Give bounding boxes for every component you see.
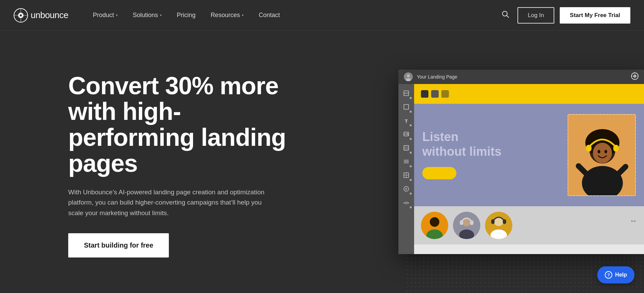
person-image bbox=[568, 115, 635, 195]
nav-right: Log In Start My Free Trial bbox=[499, 7, 630, 24]
lp-header-dot-3 bbox=[441, 90, 449, 98]
hero-content: Convert 30% more with high-performing la… bbox=[68, 73, 300, 258]
tool-dot bbox=[410, 206, 412, 208]
help-circle-icon: ? bbox=[605, 271, 612, 279]
svg-rect-36 bbox=[613, 145, 619, 152]
tool-dot bbox=[410, 124, 412, 126]
nav-item-contact[interactable]: Contact bbox=[251, 9, 287, 22]
svg-rect-47 bbox=[460, 220, 463, 225]
svg-point-14 bbox=[634, 75, 635, 76]
tool-text[interactable]: T bbox=[400, 115, 412, 127]
hero-section: Convert 30% more with high-performing la… bbox=[0, 31, 644, 293]
lp-header-dot-2 bbox=[431, 90, 439, 98]
thumbnail-3-image bbox=[485, 212, 512, 239]
svg-point-37 bbox=[598, 150, 600, 153]
svg-rect-53 bbox=[503, 219, 506, 224]
start-trial-button[interactable]: Start My Free Trial bbox=[560, 7, 630, 24]
editor-canvas: Listen without limits bbox=[414, 84, 644, 254]
rows-tool-icon bbox=[403, 158, 409, 166]
tool-image[interactable] bbox=[400, 128, 412, 141]
logo-link[interactable]: unbounce bbox=[14, 8, 68, 23]
text-tool-icon: T bbox=[405, 118, 408, 124]
grid-tool-icon bbox=[403, 172, 409, 179]
nav-item-pricing[interactable]: Pricing bbox=[169, 9, 203, 22]
tool-grid[interactable] bbox=[400, 169, 412, 182]
scroll-hint-icon: ↔ bbox=[630, 217, 637, 225]
chevron-down-icon: ▾ bbox=[160, 13, 162, 17]
chevron-down-icon: ▾ bbox=[116, 13, 118, 17]
hero-headline: Convert 30% more with high-performing la… bbox=[68, 73, 300, 176]
lp-preview-cta-button[interactable] bbox=[422, 167, 456, 179]
thumbnail-1-image bbox=[421, 212, 448, 239]
svg-line-6 bbox=[507, 16, 509, 18]
editor-avatar bbox=[404, 72, 413, 81]
lp-text-section: Listen without limits bbox=[422, 129, 561, 181]
tool-rows[interactable] bbox=[400, 156, 412, 168]
editor-window: Your Landing Page bbox=[398, 70, 644, 254]
unbounce-logo-icon bbox=[14, 8, 28, 23]
tool-dot bbox=[410, 179, 412, 181]
help-button-label: Help bbox=[615, 272, 627, 278]
nav-item-solutions[interactable]: Solutions ▾ bbox=[125, 9, 169, 22]
image-tool-icon bbox=[403, 131, 409, 138]
brand-name: unbounce bbox=[31, 10, 68, 20]
hero-cta-button[interactable]: Start building for free bbox=[68, 233, 169, 257]
help-button[interactable]: ? Help bbox=[597, 266, 634, 283]
tool-video[interactable] bbox=[400, 183, 412, 195]
thumbnail-2 bbox=[453, 212, 480, 239]
tool-dot bbox=[410, 152, 412, 154]
tool-sections[interactable] bbox=[400, 87, 412, 100]
chevron-down-icon: ▾ bbox=[242, 13, 244, 17]
editor-body: T bbox=[398, 84, 644, 254]
navbar: unbounce Product ▾ Solutions ▾ Pricing R… bbox=[0, 0, 644, 31]
thumbnail-3 bbox=[485, 212, 512, 239]
svg-point-8 bbox=[407, 74, 410, 77]
svg-point-34 bbox=[593, 143, 612, 163]
thumbnail-2-image bbox=[453, 212, 480, 239]
nav-item-product[interactable]: Product ▾ bbox=[85, 9, 125, 22]
tool-box[interactable] bbox=[400, 101, 412, 113]
code-tool-icon: </> bbox=[404, 201, 409, 205]
svg-rect-52 bbox=[491, 219, 495, 224]
tool-widget[interactable] bbox=[400, 142, 412, 154]
login-button[interactable]: Log In bbox=[517, 7, 554, 24]
svg-point-42 bbox=[430, 217, 439, 227]
editor-sidebar: T bbox=[398, 84, 414, 254]
video-tool-icon bbox=[403, 186, 409, 193]
tool-dot bbox=[410, 138, 412, 140]
editor-page-title-label: Your Landing Page bbox=[417, 74, 627, 80]
lp-main-content: Listen without limits bbox=[414, 104, 644, 206]
widget-tool-icon bbox=[403, 145, 409, 152]
tool-code[interactable]: </> bbox=[400, 197, 412, 209]
box-tool-icon bbox=[403, 104, 409, 111]
hero-editor-preview: Your Landing Page bbox=[300, 70, 644, 254]
lp-header-dot-1 bbox=[421, 90, 428, 98]
editor-topbar: Your Landing Page bbox=[398, 70, 644, 84]
lp-thumbnails: ↔ bbox=[414, 206, 644, 245]
lp-header-strip bbox=[414, 84, 644, 104]
tool-dot bbox=[410, 193, 412, 195]
lp-headline: Listen without limits bbox=[422, 129, 561, 159]
tool-dot bbox=[410, 97, 412, 99]
nav-item-resources[interactable]: Resources ▾ bbox=[203, 9, 251, 22]
search-icon bbox=[502, 12, 509, 19]
svg-rect-35 bbox=[586, 145, 591, 152]
lp-image-section bbox=[568, 114, 636, 196]
svg-point-4 bbox=[20, 14, 22, 16]
hero-subtext: With Unbounce’s AI-powered landing page … bbox=[68, 187, 266, 218]
tool-dot bbox=[410, 111, 412, 113]
nav-links: Product ▾ Solutions ▾ Pricing Resources … bbox=[85, 9, 499, 22]
svg-rect-17 bbox=[404, 104, 409, 109]
svg-point-19 bbox=[407, 133, 408, 134]
sections-tool-icon bbox=[403, 90, 409, 97]
svg-rect-48 bbox=[470, 220, 473, 225]
search-button[interactable] bbox=[499, 8, 512, 23]
svg-rect-16 bbox=[404, 93, 409, 94]
svg-point-38 bbox=[604, 150, 607, 153]
thumbnail-1 bbox=[421, 212, 448, 239]
editor-logo-icon bbox=[631, 72, 639, 82]
tool-dot bbox=[410, 165, 412, 167]
svg-rect-20 bbox=[404, 145, 409, 150]
